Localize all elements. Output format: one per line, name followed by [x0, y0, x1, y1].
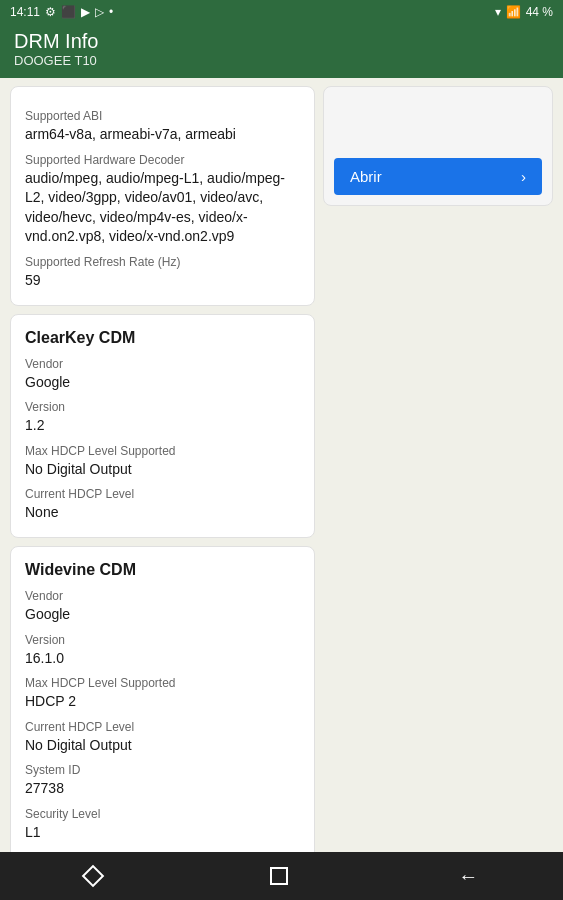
gear-icon: ⚙ — [45, 5, 56, 19]
widevine-vendor-label: Vendor — [25, 589, 300, 603]
widevine-vendor-value: Google — [25, 605, 300, 625]
clearkey-current-hdcp-label: Current HDCP Level — [25, 487, 300, 501]
widevine-title: Widevine CDM — [25, 561, 300, 579]
nav-back-icon[interactable]: ← — [458, 865, 478, 888]
hw-decoder-label: Supported Hardware Decoder — [25, 153, 300, 167]
abrir-arrow-icon: › — [521, 168, 526, 185]
clearkey-version-value: 1.2 — [25, 416, 300, 436]
clearkey-max-hdcp-value: No Digital Output — [25, 460, 300, 480]
clearkey-card: ClearKey CDM Vendor Google Version 1.2 M… — [10, 314, 315, 538]
nav-home-icon[interactable] — [270, 867, 288, 885]
widevine-current-hdcp-label: Current HDCP Level — [25, 720, 300, 734]
supported-abi-label: Supported ABI — [25, 109, 300, 123]
widevine-version-label: Version — [25, 633, 300, 647]
status-bar: 14:11 ⚙ ⬛ ▶ ▷ • ▾ 📶 44 % — [0, 0, 563, 24]
clearkey-version-label: Version — [25, 400, 300, 414]
battery-display: 44 % — [526, 5, 553, 19]
time-display: 14:11 — [10, 5, 40, 19]
youtube-icon: ▶ — [81, 5, 90, 19]
status-left: 14:11 ⚙ ⬛ ▶ ▷ • — [10, 5, 113, 19]
dot-icon: • — [109, 5, 113, 19]
abrir-label: Abrir — [350, 168, 382, 185]
main-content: Supported ABI arm64-v8a, armeabi-v7a, ar… — [0, 78, 563, 852]
widevine-max-hdcp-value: HDCP 2 — [25, 692, 300, 712]
abrir-button[interactable]: Abrir › — [334, 158, 542, 195]
wifi-icon: ▾ — [495, 5, 501, 19]
clearkey-vendor-value: Google — [25, 373, 300, 393]
widevine-version-value: 16.1.0 — [25, 649, 300, 669]
signal-icon: 📶 — [506, 5, 521, 19]
clearkey-title: ClearKey CDM — [25, 329, 300, 347]
banner-card: Abrir › — [323, 86, 553, 206]
clearkey-max-hdcp-label: Max HDCP Level Supported — [25, 444, 300, 458]
clearkey-vendor-label: Vendor — [25, 357, 300, 371]
supported-abi-value: arm64-v8a, armeabi-v7a, armeabi — [25, 125, 300, 145]
play-icon: ▷ — [95, 5, 104, 19]
top-partial-card: Supported ABI arm64-v8a, armeabi-v7a, ar… — [10, 86, 315, 306]
widevine-system-id-value: 27738 — [25, 779, 300, 799]
widevine-max-hdcp-label: Max HDCP Level Supported — [25, 676, 300, 690]
app-header: DRM Info DOOGEE T10 — [0, 24, 563, 78]
clearkey-current-hdcp-value: None — [25, 503, 300, 523]
widevine-system-id-label: System ID — [25, 763, 300, 777]
app-subtitle: DOOGEE T10 — [14, 53, 549, 68]
app-title: DRM Info — [14, 30, 549, 53]
widevine-security-level-value: L1 — [25, 823, 300, 843]
refresh-rate-value: 59 — [25, 271, 300, 291]
status-right: ▾ 📶 44 % — [495, 5, 553, 19]
right-column: Abrir › — [323, 86, 553, 844]
nav-recent-icon[interactable] — [82, 865, 105, 888]
hw-decoder-value: audio/mpeg, audio/mpeg-L1, audio/mpeg-L2… — [25, 169, 300, 247]
widevine-current-hdcp-value: No Digital Output — [25, 736, 300, 756]
bottom-nav: ← — [0, 852, 563, 900]
widevine-security-level-label: Security Level — [25, 807, 300, 821]
widevine-card: Widevine CDM Vendor Google Version 16.1.… — [10, 546, 315, 852]
refresh-rate-label: Supported Refresh Rate (Hz) — [25, 255, 300, 269]
screen-record-icon: ⬛ — [61, 5, 76, 19]
left-column: Supported ABI arm64-v8a, armeabi-v7a, ar… — [10, 86, 315, 844]
